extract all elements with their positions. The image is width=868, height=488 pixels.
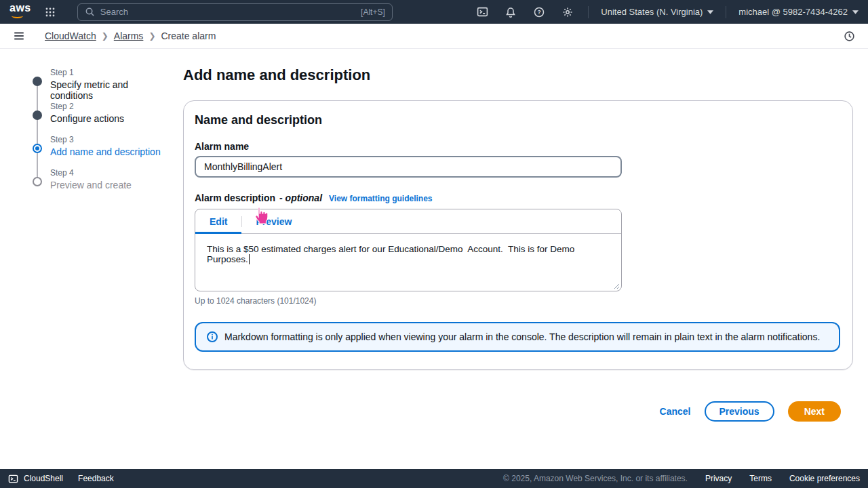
feedback-button[interactable]: Feedback: [78, 474, 114, 483]
nav-divider: [726, 6, 726, 18]
breadcrumb-separator-icon: ❯: [102, 31, 108, 41]
breadcrumb-separator-icon: ❯: [149, 31, 155, 41]
cookie-preferences-link[interactable]: Cookie preferences: [789, 474, 860, 483]
main-panel: Add name and description Name and descri…: [183, 49, 868, 469]
settings-gear-icon[interactable]: [559, 4, 576, 20]
cloudshell-label: CloudShell: [24, 474, 63, 483]
svg-text:?: ?: [538, 9, 541, 16]
text-caret: [249, 254, 250, 264]
privacy-link[interactable]: Privacy: [705, 474, 732, 483]
notifications-bell-icon[interactable]: [502, 4, 519, 20]
description-textarea[interactable]: This is a $50 estimated charges alert fo…: [195, 234, 621, 291]
step-number: Step 3: [50, 134, 170, 144]
history-clock-icon[interactable]: [841, 28, 857, 44]
breadcrumb-cloudwatch[interactable]: CloudWatch: [45, 30, 96, 41]
step-4-indicator-icon: [33, 177, 42, 186]
aws-logo[interactable]: aws: [9, 3, 31, 18]
terms-link[interactable]: Terms: [749, 474, 772, 483]
resize-handle[interactable]: [614, 283, 620, 289]
step-label: Add name and description: [50, 146, 170, 157]
tab-preview[interactable]: Preview: [241, 209, 306, 233]
breadcrumb-current: Create alarm: [161, 30, 216, 41]
account-menu[interactable]: michael @ 5982-7434-4262: [738, 7, 859, 17]
character-counter: Up to 1024 characters (101/1024): [195, 296, 840, 306]
content-area: Step 1 Specify metric and conditions Ste…: [0, 49, 868, 469]
step-3-indicator-icon: [33, 144, 42, 153]
alarm-description-label: Alarm description: [195, 192, 275, 203]
region-label: United States (N. Virginia): [601, 7, 703, 17]
editor-tabs: Edit Preview: [195, 209, 621, 234]
search-shortcut-hint: [Alt+S]: [361, 7, 385, 17]
card-title: Name and description: [195, 113, 840, 127]
help-icon[interactable]: ?: [531, 4, 547, 20]
wizard-step-3: Step 3 Add name and description: [33, 134, 170, 167]
chevron-down-icon: [707, 10, 713, 14]
copyright-text: © 2025, Amazon Web Services, Inc. or its…: [503, 474, 688, 483]
page-title: Add name and description: [183, 66, 853, 84]
step-number: Step 1: [50, 67, 170, 77]
info-icon: [207, 331, 218, 342]
apps-grid-icon[interactable]: [42, 4, 58, 20]
previous-button[interactable]: Previous: [705, 401, 774, 422]
wizard-step-4: Step 4 Preview and create: [33, 167, 170, 201]
alarm-name-label: Alarm name: [195, 141, 840, 152]
tab-edit[interactable]: Edit: [195, 209, 241, 233]
description-text: This is a $50 estimated charges alert fo…: [207, 244, 577, 264]
step-2-indicator-icon: [33, 110, 42, 120]
hamburger-menu-icon[interactable]: [11, 28, 27, 44]
breadcrumb-bar: CloudWatch ❯ Alarms ❯ Create alarm: [0, 24, 868, 49]
region-selector[interactable]: United States (N. Virginia): [601, 7, 713, 17]
step-1-indicator-icon: [33, 77, 42, 86]
chevron-down-icon: [852, 10, 859, 14]
wizard-step-1[interactable]: Step 1 Specify metric and conditions: [33, 67, 170, 101]
alarm-name-input[interactable]: [195, 156, 622, 178]
markdown-info-alert: Markdown formatting is only applied when…: [195, 322, 840, 352]
step-label: Preview and create: [50, 180, 170, 190]
cloudshell-terminal-icon: [8, 474, 18, 484]
step-number: Step 2: [50, 101, 170, 111]
step-label: Specify metric and conditions: [50, 79, 170, 101]
step-label: Configure actions: [50, 113, 170, 124]
formatting-guidelines-link[interactable]: View formatting guidelines: [329, 194, 432, 203]
nav-divider: [588, 6, 589, 18]
breadcrumb: CloudWatch ❯ Alarms ❯ Create alarm: [45, 30, 216, 41]
cloudshell-footer-button[interactable]: CloudShell: [8, 474, 63, 484]
wizard-steps-sidebar: Step 1 Specify metric and conditions Ste…: [0, 49, 183, 469]
breadcrumb-alarms[interactable]: Alarms: [114, 30, 144, 41]
search-icon: [85, 7, 95, 17]
wizard-actions: Cancel Previous Next: [183, 401, 853, 422]
info-alert-text: Markdown formatting is only applied when…: [224, 331, 820, 342]
global-search[interactable]: [Alt+S]: [77, 3, 393, 21]
console-footer: CloudShell Feedback © 2025, Amazon Web S…: [0, 469, 868, 488]
description-editor: Edit Preview This is a $50 estimated cha…: [195, 209, 622, 291]
step-number: Step 4: [50, 167, 170, 178]
top-navigation: aws [Alt+S] ? United States (N. Virginia…: [0, 0, 868, 24]
search-input[interactable]: [100, 7, 355, 17]
wizard-step-2[interactable]: Step 2 Configure actions: [33, 101, 170, 134]
next-button[interactable]: Next: [788, 401, 841, 422]
cancel-button[interactable]: Cancel: [660, 406, 691, 417]
cloudshell-icon[interactable]: [474, 4, 490, 20]
name-description-card: Name and description Alarm name Alarm de…: [183, 100, 853, 370]
optional-suffix: - optional: [279, 192, 322, 203]
account-label: michael @ 5982-7434-4262: [738, 7, 848, 17]
